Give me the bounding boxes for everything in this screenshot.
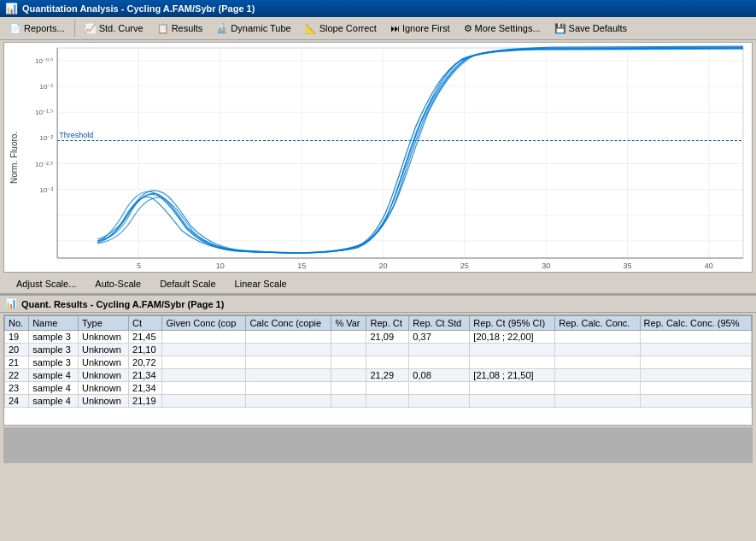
cell-4-9 xyxy=(470,382,555,395)
cell-0-1: sample 3 xyxy=(29,331,79,344)
cell-4-5 xyxy=(246,382,331,395)
more-settings-button[interactable]: ⚙ More Settings... xyxy=(458,21,547,37)
scale-bar: Adjust Scale... Auto-Scale Default Scale… xyxy=(0,274,756,294)
cell-0-0: 19 xyxy=(5,331,29,344)
dynamic-tube-icon: 🔬 xyxy=(216,23,228,34)
cell-3-0: 22 xyxy=(5,369,29,382)
table-row: 22sample 4Unknown21,3421,290,08[21,08 ; … xyxy=(5,369,752,382)
col-rep-ct-std: Rep. Ct Std xyxy=(409,316,470,331)
y-axis-label: Norm. Fluoro. xyxy=(4,43,23,272)
results-section-icon: 📊 xyxy=(5,298,17,309)
cell-5-2: Unknown xyxy=(78,395,128,408)
more-settings-icon: ⚙ xyxy=(464,23,472,34)
std-curve-icon: 📈 xyxy=(85,23,97,34)
cell-0-5 xyxy=(246,331,331,344)
cell-1-10 xyxy=(555,344,640,356)
cell-5-11 xyxy=(640,395,751,408)
cell-3-4 xyxy=(162,369,246,382)
cell-3-2: Unknown xyxy=(78,369,128,382)
dynamic-tube-button[interactable]: 🔬 Dynamic Tube xyxy=(210,21,296,37)
bottom-area xyxy=(3,427,753,463)
save-defaults-button[interactable]: 💾 Save Defaults xyxy=(548,21,633,37)
cell-4-0: 23 xyxy=(5,382,29,395)
cell-5-7 xyxy=(366,395,409,408)
ignore-first-button[interactable]: ⏭ Ignore First xyxy=(384,21,456,36)
cell-5-10 xyxy=(555,395,640,408)
cell-4-7 xyxy=(366,382,409,395)
results-button[interactable]: 📋 Results xyxy=(151,21,209,37)
cell-2-1: sample 3 xyxy=(29,356,79,369)
svg-text:10⁻³: 10⁻³ xyxy=(40,186,54,194)
chart-svg: 10⁻⁰·⁵ 10⁻¹ 10⁻¹·⁵ 10⁻² 10⁻²·⁵ 10⁻³ Thre… xyxy=(23,43,752,272)
cell-4-4 xyxy=(162,382,246,395)
svg-text:10: 10 xyxy=(216,262,225,270)
cell-1-5 xyxy=(246,344,331,356)
col-name: Name xyxy=(29,316,79,331)
cell-5-6 xyxy=(331,395,366,408)
cell-1-1: sample 3 xyxy=(29,344,79,356)
results-icon: 📋 xyxy=(157,23,169,34)
results-table: No. Name Type Ct Given Conc (cop Calc Co… xyxy=(4,315,752,408)
col-rep-ct: Rep. Ct xyxy=(366,316,409,331)
cell-1-0: 20 xyxy=(5,344,29,356)
slope-correct-button[interactable]: 📐 Slope Correct xyxy=(299,21,383,37)
cell-5-5 xyxy=(246,395,331,408)
table-header-row: No. Name Type Ct Given Conc (cop Calc Co… xyxy=(5,316,752,331)
cell-2-11 xyxy=(640,356,751,369)
table-row: 24sample 4Unknown21,19 xyxy=(5,395,752,408)
cell-4-6 xyxy=(331,382,366,395)
svg-text:20: 20 xyxy=(378,262,387,270)
cell-3-9: [21,08 ; 21,50] xyxy=(470,369,555,382)
cell-1-9 xyxy=(470,344,555,356)
svg-text:35: 35 xyxy=(623,262,631,270)
svg-text:25: 25 xyxy=(460,262,469,270)
save-defaults-icon: 💾 xyxy=(554,23,566,34)
cell-2-7 xyxy=(366,356,409,369)
cell-1-2: Unknown xyxy=(78,344,128,356)
separator xyxy=(74,20,75,37)
svg-text:10⁻²·⁵: 10⁻²·⁵ xyxy=(35,161,53,168)
col-ct: Ct xyxy=(129,316,162,331)
default-scale-button[interactable]: Default Scale xyxy=(150,277,225,291)
results-table-container[interactable]: No. Name Type Ct Given Conc (cop Calc Co… xyxy=(3,315,753,426)
col-type: Type xyxy=(78,316,128,331)
adjust-scale-button[interactable]: Adjust Scale... xyxy=(7,277,85,291)
cell-5-3: 21,19 xyxy=(129,395,162,408)
cell-0-10 xyxy=(555,331,640,344)
svg-text:10⁻⁰·⁵: 10⁻⁰·⁵ xyxy=(35,57,53,65)
cell-3-1: sample 4 xyxy=(29,369,79,382)
col-rep-calc-conc-ci: Rep. Calc. Conc. (95% xyxy=(640,316,751,331)
cell-0-11 xyxy=(640,331,751,344)
cell-3-6 xyxy=(331,369,366,382)
auto-scale-button[interactable]: Auto-Scale xyxy=(85,277,150,291)
cell-3-11 xyxy=(640,369,751,382)
col-given-conc: Given Conc (cop xyxy=(162,316,246,331)
svg-text:10⁻¹·⁵: 10⁻¹·⁵ xyxy=(35,109,53,116)
cell-2-0: 21 xyxy=(5,356,29,369)
results-title-bar: 📊 Quant. Results - Cycling A.FAM/Sybr (P… xyxy=(0,294,756,313)
cell-1-7 xyxy=(366,344,409,356)
cell-4-11 xyxy=(640,382,751,395)
cell-5-1: sample 4 xyxy=(29,395,79,408)
cell-4-3: 21,34 xyxy=(129,382,162,395)
cell-5-4 xyxy=(162,395,246,408)
cell-0-9: [20,18 ; 22,00] xyxy=(470,331,555,344)
svg-text:10⁻¹: 10⁻¹ xyxy=(40,83,54,91)
cell-2-8 xyxy=(409,356,470,369)
cell-2-3: 20,72 xyxy=(129,356,162,369)
std-curve-button[interactable]: 📈 Std. Curve xyxy=(79,21,149,37)
cell-3-3: 21,34 xyxy=(129,369,162,382)
reports-icon: 📄 xyxy=(9,23,21,34)
ignore-first-icon: ⏭ xyxy=(390,23,400,33)
svg-text:10⁻²: 10⁻² xyxy=(40,134,54,142)
svg-text:5: 5 xyxy=(137,262,141,270)
window-title: Quantitation Analysis - Cycling A.FAM/Sy… xyxy=(22,3,255,14)
cell-4-2: Unknown xyxy=(78,382,128,395)
cell-2-9 xyxy=(470,356,555,369)
table-row: 19sample 3Unknown21,4521,090,37[20,18 ; … xyxy=(5,331,752,344)
reports-button[interactable]: 📄 Reports... xyxy=(3,21,71,37)
cell-4-10 xyxy=(555,382,640,395)
svg-text:Threshold: Threshold xyxy=(59,131,93,139)
table-row: 23sample 4Unknown21,34 xyxy=(5,382,752,395)
linear-scale-button[interactable]: Linear Scale xyxy=(226,277,296,291)
